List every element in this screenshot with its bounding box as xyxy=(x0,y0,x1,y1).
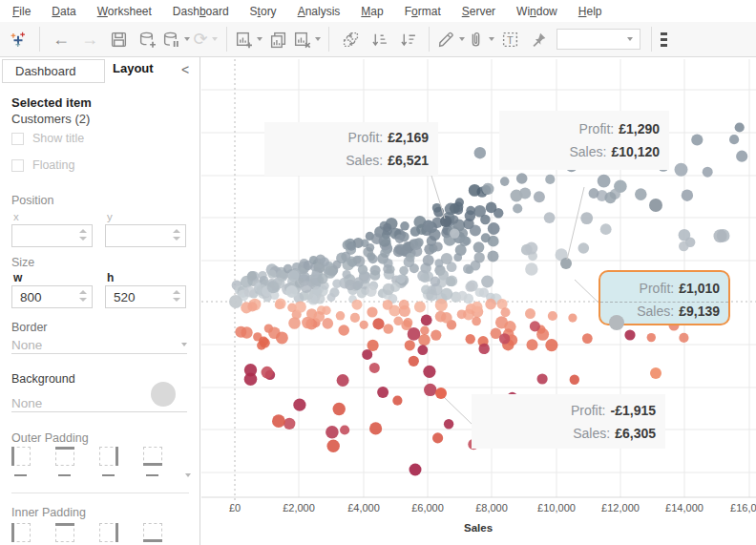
scatter-mark[interactable] xyxy=(377,387,388,398)
annotation-profit-1290[interactable]: Profit:£1,290 Sales:£10,120 xyxy=(499,111,669,170)
scatter-mark[interactable] xyxy=(682,190,693,201)
scatter-mark[interactable] xyxy=(414,301,426,312)
scatter-mark[interactable] xyxy=(424,220,434,231)
inner-padding-right-icon[interactable] xyxy=(99,523,118,542)
scatter-mark[interactable] xyxy=(333,403,346,415)
menu-worksheet[interactable]: Worksheet xyxy=(87,1,162,22)
clear-sheet-button[interactable] xyxy=(293,25,321,53)
scatter-mark[interactable] xyxy=(474,147,486,158)
scatter-mark[interactable] xyxy=(735,122,745,132)
scatter-mark[interactable] xyxy=(578,242,590,254)
scatter-mark[interactable] xyxy=(488,250,499,262)
scatter-mark[interactable] xyxy=(383,300,393,310)
scatter-mark[interactable] xyxy=(525,308,536,319)
scatter-mark[interactable] xyxy=(268,270,277,279)
chevron-down-icon[interactable] xyxy=(185,473,191,477)
scatter-mark[interactable] xyxy=(582,333,593,344)
scatter-mark[interactable] xyxy=(499,333,510,344)
scatter-mark[interactable] xyxy=(323,318,334,329)
scatter-mark[interactable] xyxy=(346,241,356,251)
size-w-stepper[interactable]: 800 xyxy=(11,285,93,308)
tab-dashboard[interactable]: Dashboard xyxy=(2,59,105,83)
scatter-mark[interactable] xyxy=(568,314,577,323)
position-x-stepper[interactable] xyxy=(11,224,93,247)
scatter-mark[interactable] xyxy=(430,277,441,287)
menu-format[interactable]: Format xyxy=(394,1,452,22)
padding-value-placeholder[interactable] xyxy=(146,474,158,476)
menu-analysis[interactable]: Analysis xyxy=(287,1,351,22)
scatter-mark[interactable] xyxy=(444,419,453,429)
scatter-mark[interactable] xyxy=(229,295,242,308)
padding-value-placeholder[interactable] xyxy=(58,474,71,476)
scatter-mark[interactable] xyxy=(600,223,612,235)
scatter-mark[interactable] xyxy=(545,175,555,184)
fit-selector[interactable] xyxy=(556,29,640,50)
scatter-mark[interactable] xyxy=(404,318,413,327)
scatter-mark[interactable] xyxy=(423,366,435,378)
position-y-stepper[interactable] xyxy=(105,224,186,247)
scatter-mark[interactable] xyxy=(383,283,394,295)
scatter-mark[interactable] xyxy=(481,276,494,288)
scatter-mark[interactable] xyxy=(488,236,499,247)
scatter-mark[interactable] xyxy=(327,440,340,452)
scatter-mark[interactable] xyxy=(284,418,295,430)
scatter-mark[interactable] xyxy=(372,318,384,329)
scatter-mark[interactable] xyxy=(406,253,415,262)
scatter-mark[interactable] xyxy=(332,279,342,288)
scatter-mark[interactable] xyxy=(337,374,349,387)
scatter-mark[interactable] xyxy=(393,245,405,257)
scatter-mark[interactable] xyxy=(480,215,491,225)
inner-padding-left-icon[interactable] xyxy=(11,523,31,542)
scatter-mark[interactable] xyxy=(285,285,298,298)
scatter-mark[interactable] xyxy=(366,243,374,252)
scatter-mark[interactable] xyxy=(457,309,467,319)
show-me-button[interactable] xyxy=(661,28,668,51)
scatter-mark[interactable] xyxy=(679,241,689,252)
scatter-mark[interactable] xyxy=(465,210,476,221)
scatter-mark[interactable] xyxy=(511,190,523,202)
outer-padding-right-icon[interactable] xyxy=(99,447,118,466)
scatter-mark[interactable] xyxy=(729,135,739,144)
floating-checkbox[interactable]: Floating xyxy=(11,158,74,172)
scatter-mark[interactable] xyxy=(345,280,355,290)
scatter-mark[interactable] xyxy=(317,273,327,283)
scatter-mark[interactable] xyxy=(288,270,300,282)
scatter-mark[interactable] xyxy=(544,212,556,223)
scatter-mark[interactable] xyxy=(420,273,430,283)
scatter-mark[interactable] xyxy=(340,425,349,434)
stepper-arrows[interactable] xyxy=(79,229,87,241)
show-title-checkbox[interactable]: Show title xyxy=(11,132,84,145)
inner-padding-bottom-icon[interactable] xyxy=(143,523,162,542)
collapse-pane-icon[interactable]: < xyxy=(181,62,189,77)
scatter-mark[interactable] xyxy=(435,388,447,399)
scatter-mark[interactable] xyxy=(336,253,347,264)
size-h-stepper[interactable]: 520 xyxy=(105,285,186,308)
scatter-mark[interactable] xyxy=(679,333,688,343)
run-update-button[interactable]: ⟳ xyxy=(192,25,219,53)
scatter-mark[interactable] xyxy=(441,312,452,324)
redo-button[interactable]: → xyxy=(76,25,103,53)
scatter-mark[interactable] xyxy=(516,173,528,184)
scatter-mark[interactable] xyxy=(353,256,362,264)
scatter-mark[interactable] xyxy=(649,199,662,212)
scatter-mark[interactable] xyxy=(395,235,404,243)
scatter-mark[interactable] xyxy=(604,192,616,203)
scatter-mark[interactable] xyxy=(560,258,572,269)
scatter-mark[interactable] xyxy=(534,191,545,202)
scatter-mark[interactable] xyxy=(423,255,434,266)
scatter-mark[interactable] xyxy=(267,281,280,293)
scatter-mark[interactable] xyxy=(369,422,382,434)
scatter-mark[interactable] xyxy=(441,253,452,264)
scatter-mark[interactable] xyxy=(433,242,443,252)
scatter-mark[interactable] xyxy=(691,134,703,145)
scatter-mark[interactable] xyxy=(703,167,713,178)
scatter-mark[interactable] xyxy=(647,333,656,342)
background-color-swatch[interactable] xyxy=(151,382,176,407)
scatter-mark[interactable] xyxy=(488,222,500,235)
scatter-mark[interactable] xyxy=(589,188,599,199)
scatter-mark[interactable] xyxy=(383,223,391,232)
menu-dashboard[interactable]: Dashboard xyxy=(162,1,240,22)
scatter-mark[interactable] xyxy=(470,224,481,236)
scatter-mark[interactable] xyxy=(235,326,246,338)
menu-file[interactable]: File xyxy=(2,1,41,22)
